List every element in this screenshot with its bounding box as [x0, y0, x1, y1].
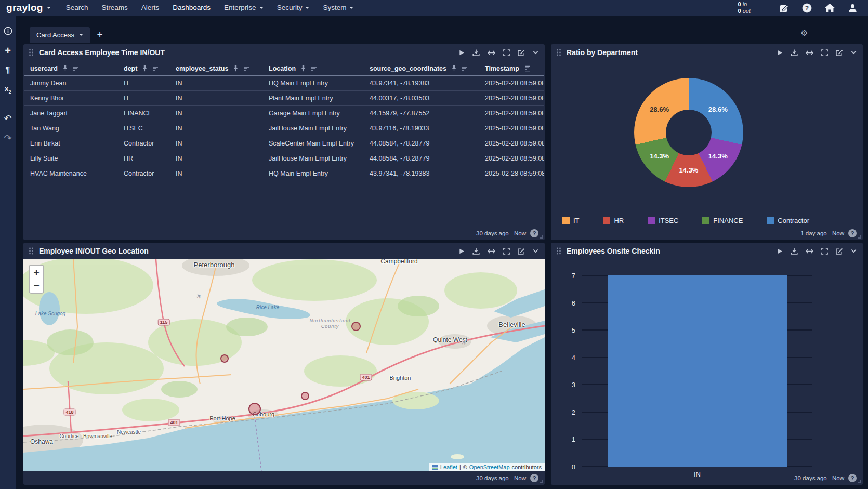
table-cell[interactable]: IT: [117, 76, 169, 91]
table-cell[interactable]: ScaleCenter Main Empl Entry: [262, 136, 363, 151]
openstreetmap-link[interactable]: OpenStreetMap: [469, 464, 510, 470]
table-cell[interactable]: IN: [169, 166, 262, 181]
pin-icon[interactable]: [142, 65, 147, 72]
resize-handle[interactable]: [540, 480, 543, 483]
legend-item-IT[interactable]: IT: [562, 217, 580, 224]
fullscreen-icon[interactable]: [821, 49, 828, 56]
map-marker[interactable]: [301, 392, 309, 400]
table-cell[interactable]: Tan Wang: [24, 121, 117, 136]
gear-icon[interactable]: ⚙: [800, 28, 808, 38]
table-cell[interactable]: IT: [117, 91, 169, 106]
legend-item-Contractor[interactable]: Contractor: [767, 217, 809, 224]
sort-icon[interactable]: [311, 66, 317, 71]
table-cell[interactable]: IN: [169, 106, 262, 121]
pin-icon[interactable]: [452, 65, 456, 72]
resize-handle[interactable]: [858, 480, 861, 483]
table-cell[interactable]: Garage Main Empl Entry: [262, 106, 363, 121]
nav-item-dashboards[interactable]: Dashboards: [166, 0, 217, 16]
table-cell[interactable]: 2025-02-28 08:59:08.171: [479, 136, 544, 151]
table-cell[interactable]: ITSEC: [117, 121, 169, 136]
arrows-horizontal-icon[interactable]: [806, 248, 813, 254]
help-icon[interactable]: ?: [801, 3, 812, 13]
legend-item-FINANCE[interactable]: FINANCE: [702, 217, 743, 224]
sort-icon[interactable]: [462, 66, 468, 71]
fullscreen-icon[interactable]: [503, 49, 510, 56]
subscript-icon[interactable]: X2: [0, 80, 16, 100]
chevron-down-icon[interactable]: [851, 50, 857, 55]
table-cell[interactable]: 2025-02-28 08:59:08.145: [479, 76, 544, 91]
resize-handle[interactable]: [858, 235, 861, 239]
edit-icon[interactable]: [518, 248, 525, 255]
compose-icon[interactable]: [779, 3, 789, 13]
table-cell[interactable]: JailHouse Main Empl Entry: [262, 151, 363, 166]
chevron-down-icon[interactable]: [533, 249, 538, 253]
download-icon[interactable]: [472, 248, 480, 255]
table-cell[interactable]: Erin Birkat: [24, 136, 117, 151]
undo-icon[interactable]: ↶: [0, 109, 16, 128]
nav-item-search[interactable]: Search: [59, 0, 95, 16]
sort-icon[interactable]: [73, 66, 79, 71]
edit-icon[interactable]: [836, 49, 843, 56]
info-icon[interactable]: [0, 21, 16, 41]
drag-handle-icon[interactable]: [556, 49, 561, 56]
chevron-down-icon[interactable]: [533, 50, 538, 55]
tab-card-access[interactable]: Card Access: [30, 27, 90, 43]
pin-icon[interactable]: [233, 65, 238, 72]
table-cell[interactable]: 44.00317, -78.03503: [363, 91, 479, 106]
play-icon[interactable]: [458, 49, 465, 56]
legend-item-HR[interactable]: HR: [603, 217, 624, 224]
help-icon[interactable]: ?: [530, 474, 538, 482]
edit-icon[interactable]: [518, 49, 525, 56]
graylog-logo[interactable]: graylog: [6, 2, 51, 14]
chevron-down-icon[interactable]: [851, 249, 857, 253]
table-cell[interactable]: 2025-02-28 08:59:08.177: [479, 151, 544, 166]
nav-item-security[interactable]: Security: [270, 0, 317, 16]
table-cell[interactable]: 43.97116, -78.19033: [363, 121, 479, 136]
table-cell[interactable]: 43.97341, -78.19383: [363, 76, 479, 91]
sort-icon[interactable]: [243, 66, 249, 71]
table-cell[interactable]: IN: [169, 76, 262, 91]
zoom-out-button[interactable]: −: [30, 279, 43, 293]
map-marker[interactable]: [248, 403, 261, 415]
nav-item-enterprise[interactable]: Enterprise: [217, 0, 270, 16]
table-cell[interactable]: Jane Taggart: [24, 106, 117, 121]
help-icon[interactable]: ?: [530, 229, 538, 237]
sort-icon[interactable]: [152, 66, 159, 71]
nav-item-alerts[interactable]: Alerts: [135, 0, 166, 16]
table-cell[interactable]: 2025-02-28 08:59:08.152: [479, 91, 544, 106]
table-cell[interactable]: IN: [169, 151, 262, 166]
arrows-horizontal-icon[interactable]: [806, 50, 813, 56]
table-cell[interactable]: Jimmy Dean: [24, 76, 117, 91]
leaflet-link[interactable]: Leaflet: [440, 464, 457, 470]
table-cell[interactable]: Kenny Bhoi: [24, 91, 117, 106]
bar-IN[interactable]: [608, 275, 787, 467]
table-cell[interactable]: HQ Main Empl Entry: [262, 166, 363, 181]
drag-handle-icon[interactable]: [29, 247, 34, 255]
redo-icon[interactable]: ↷: [0, 128, 16, 148]
sort-active-icon[interactable]: [524, 65, 531, 72]
table-cell[interactable]: 44.08584, -78.28779: [363, 151, 479, 166]
home-icon[interactable]: [824, 3, 835, 13]
drag-handle-icon[interactable]: [29, 49, 34, 56]
table-cell[interactable]: 43.97341, -78.19383: [363, 166, 479, 181]
table-cell[interactable]: HQ Main Empl Entry: [262, 76, 363, 91]
help-icon[interactable]: ?: [848, 474, 857, 482]
table-cell[interactable]: HR: [117, 151, 169, 166]
play-icon[interactable]: [777, 49, 783, 56]
map-marker[interactable]: [351, 322, 361, 331]
play-icon[interactable]: [458, 248, 465, 255]
leaflet-map[interactable]: PeterboroughCampbellfordBellevilleQuinte…: [23, 259, 545, 471]
add-icon[interactable]: +: [0, 41, 16, 60]
table-cell[interactable]: 2025-02-28 08:59:08.184: [479, 166, 544, 181]
arrows-horizontal-icon[interactable]: [488, 248, 495, 254]
arrows-horizontal-icon[interactable]: [488, 50, 495, 56]
table-cell[interactable]: HVAC Maintenance: [24, 166, 117, 181]
table-cell[interactable]: 2025-02-28 08:59:08.165: [479, 121, 544, 136]
table-cell[interactable]: 2025-02-28 08:59:08.158: [479, 106, 544, 121]
table-cell[interactable]: JailHouse Main Empl Entry: [262, 121, 363, 136]
table-cell[interactable]: IN: [169, 91, 262, 106]
table-cell[interactable]: IN: [169, 136, 262, 151]
table-cell[interactable]: Contractor: [117, 136, 169, 151]
table-cell[interactable]: IN: [169, 121, 262, 136]
pin-icon[interactable]: [63, 65, 68, 72]
